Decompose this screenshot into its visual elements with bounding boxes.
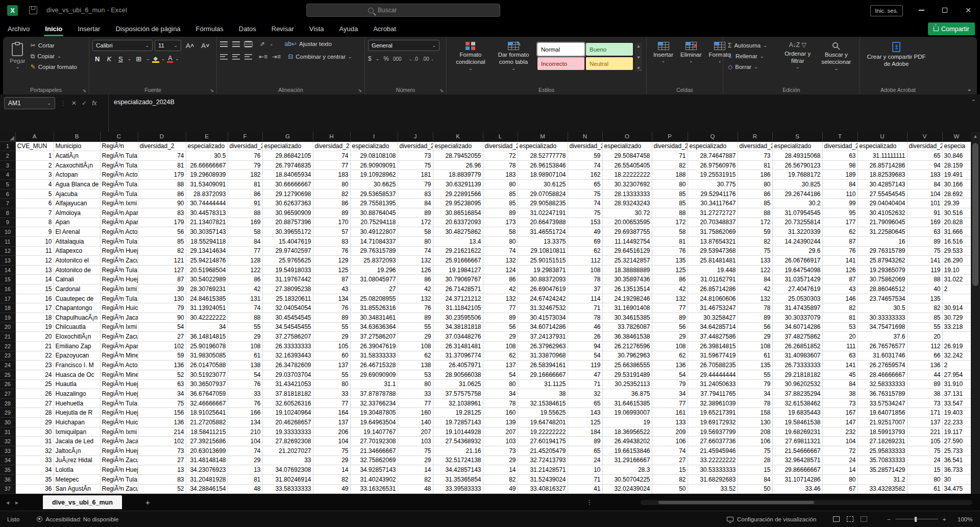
cell-R31[interactable]: 208 — [738, 427, 772, 437]
cell-K8[interactable]: 30.86516854 — [433, 208, 483, 218]
cell-I31[interactable]: 19.1407767 — [350, 427, 398, 437]
cell-C13[interactable]: RegiÃ³n Zacu — [100, 256, 138, 266]
row-header-1[interactable]: 1 — [0, 141, 15, 151]
cell-T7[interactable]: 99 — [822, 199, 857, 208]
cell-W19[interactable]: 30.729 — [942, 313, 971, 323]
cell-H22[interactable]: 105 — [313, 341, 350, 351]
sort-filter-button[interactable]: A↓Z ▽ Ordenar y filtrar⌄ — [779, 40, 816, 70]
confirm-entry-icon[interactable]: ✓ — [82, 100, 87, 107]
cell-A16[interactable]: 15 — [15, 284, 54, 294]
cell-S15[interactable]: 31.03571429 — [772, 275, 822, 284]
cell-N25[interactable]: 47 — [568, 370, 602, 379]
cell-L18[interactable]: 77 — [483, 303, 518, 313]
cell-Q13[interactable]: 25.81481481 — [688, 256, 738, 266]
cell-W22[interactable]: 26.919 — [942, 341, 971, 351]
cell-E28[interactable]: 32.46666667 — [186, 398, 228, 408]
vertical-scroll-thumb[interactable] — [972, 143, 978, 286]
cell-D26[interactable]: 63 — [138, 379, 186, 389]
currency-button[interactable]: $ — [368, 55, 372, 62]
add-sheet-button[interactable]: + — [145, 498, 150, 507]
cell-O36[interactable]: 30.50704225 — [602, 474, 652, 484]
bold-button[interactable]: N — [92, 55, 102, 63]
cell-S6[interactable]: 29.26744186 — [772, 189, 822, 199]
cell-T31[interactable]: 232 — [822, 427, 857, 437]
cell-A31[interactable]: 30 — [15, 427, 54, 437]
cell-H36[interactable]: 82 — [313, 474, 350, 484]
row-header-9[interactable]: 9 — [0, 218, 15, 227]
cell-I4[interactable]: 19.10928962 — [350, 170, 398, 180]
cell-S2[interactable]: 28.49315068 — [772, 151, 822, 161]
cell-F25[interactable]: 54 — [228, 370, 262, 379]
cell-C31[interactable]: RegiÃ³n Ixmi — [100, 427, 138, 437]
cell-G23[interactable]: 32.16393443 — [262, 351, 313, 361]
cell-G7[interactable]: 30.62637363 — [262, 199, 313, 208]
cell-K14[interactable]: 19.1984127 — [433, 265, 483, 275]
cell-E22[interactable]: 25.90196078 — [186, 341, 228, 351]
cell-E11[interactable]: 18.55294118 — [186, 236, 228, 246]
cell-style-bueno[interactable]: Bueno — [586, 43, 633, 56]
cell-B3[interactable]: AcaxochitlÃ¡n — [54, 160, 100, 170]
cell-U19[interactable]: 30.33333333 — [857, 313, 907, 323]
cell-S17[interactable]: 25.0530303 — [772, 294, 822, 303]
cell-D23[interactable]: 59 — [138, 351, 186, 361]
cell-H8[interactable]: 89 — [313, 208, 350, 218]
cell-S19[interactable]: 30.30337079 — [772, 313, 822, 323]
cell-G36[interactable]: 31.80246914 — [262, 474, 313, 484]
cell-L14[interactable]: 124 — [483, 265, 518, 275]
column-header-M[interactable]: M — [518, 132, 568, 141]
ribbon-tab-inicio[interactable]: Inicio — [44, 22, 63, 35]
cell-U12[interactable]: 29.76315789 — [857, 246, 907, 256]
formula-input[interactable]: especializado_2024B — [108, 94, 970, 132]
cell-O14[interactable]: 18.38888889 — [602, 265, 652, 275]
cell-S11[interactable]: 14.24390244 — [772, 236, 822, 246]
cell-W29[interactable]: 19.403 — [942, 408, 971, 418]
cell-M14[interactable]: 19.2983871 — [518, 265, 568, 275]
column-header-R[interactable]: R — [738, 132, 772, 141]
cell-P31[interactable]: 209 — [652, 427, 688, 437]
horizontal-scrollbar[interactable] — [641, 500, 972, 505]
cell-G16[interactable]: 27.38095238 — [262, 284, 313, 294]
row-header-24[interactable]: 24 — [0, 361, 15, 370]
cell-L8[interactable]: 89 — [483, 208, 518, 218]
cell-S13[interactable]: 26.06766917 — [772, 256, 822, 266]
cell-I5[interactable]: 30.6625 — [350, 180, 398, 189]
cell-L3[interactable]: 78 — [483, 160, 518, 170]
cell-V31[interactable]: 221 — [907, 427, 942, 437]
cell-B36[interactable]: Metepec — [54, 474, 100, 484]
cell-I36[interactable]: 31.40243902 — [350, 474, 398, 484]
cell-E3[interactable]: 26.66666667 — [186, 160, 228, 170]
cell-U22[interactable]: 26.76576577 — [857, 341, 907, 351]
cell-H25[interactable]: 55 — [313, 370, 350, 379]
cell-B31[interactable]: Ixmiquilpan — [54, 427, 100, 437]
cell-L4[interactable]: 183 — [483, 170, 518, 180]
cell-J26[interactable]: 80 — [398, 379, 433, 389]
cell-U1[interactable]: especializado — [857, 141, 907, 151]
cell-M13[interactable]: 25.90151515 — [518, 256, 568, 266]
cell-L11[interactable]: 80 — [483, 236, 518, 246]
cell-J29[interactable]: 160 — [398, 408, 433, 418]
cell-Q10[interactable]: 31.75862069 — [688, 227, 738, 237]
cell-V26[interactable]: 89 — [907, 379, 942, 389]
wrap-text-button[interactable]: ab↩ Ajustar texto — [283, 40, 333, 48]
cell-N31[interactable]: 184 — [568, 427, 602, 437]
cell-J9[interactable]: 172 — [398, 218, 433, 227]
cell-R4[interactable]: 186 — [738, 170, 772, 180]
row-header-23[interactable]: 23 — [0, 351, 15, 361]
next-sheet-icon[interactable]: ▸ — [15, 499, 18, 506]
cell-A22[interactable]: 21 — [15, 341, 54, 351]
cell-T22[interactable]: 111 — [822, 341, 857, 351]
cell-C18[interactable]: RegiÃ³n Huic — [100, 303, 138, 313]
column-header-K[interactable]: K — [433, 132, 483, 141]
cell-U21[interactable]: 37.6 — [857, 332, 907, 342]
cell-C35[interactable]: RegiÃ³n Huej — [100, 465, 138, 475]
cell-R23[interactable]: 61 — [738, 351, 772, 361]
cell-Q16[interactable]: 26.85714286 — [688, 284, 738, 294]
cell-I33[interactable]: 21.34666667 — [350, 446, 398, 456]
cell-L9[interactable]: 173 — [483, 218, 518, 227]
row-header-8[interactable]: 8 — [0, 208, 15, 218]
cell-R32[interactable]: 106 — [738, 437, 772, 446]
cell-C22[interactable]: RegiÃ³n Apar — [100, 341, 138, 351]
grow-font-button[interactable]: A˄ — [183, 41, 197, 50]
cell-E7[interactable]: 30.74444444 — [186, 199, 228, 208]
cell-V15[interactable]: 88 — [907, 275, 942, 284]
